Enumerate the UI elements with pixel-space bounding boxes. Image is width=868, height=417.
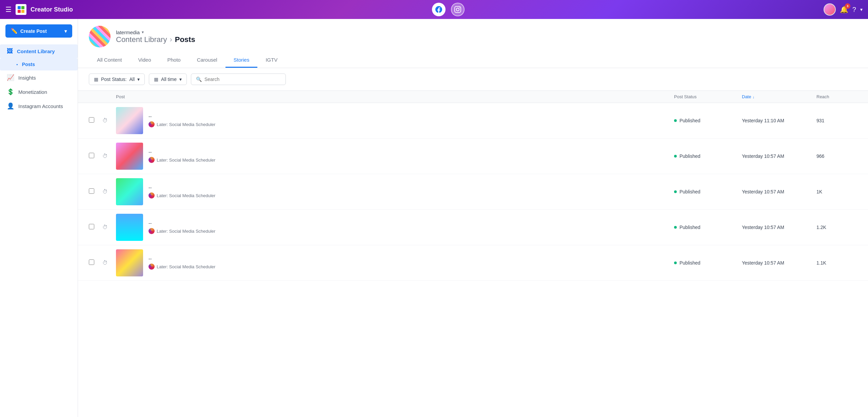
- post-source: Later: Social Media Scheduler: [149, 228, 215, 234]
- row-checkbox[interactable]: [89, 224, 94, 229]
- svg-rect-1: [21, 6, 24, 9]
- notifications-button[interactable]: 🔔 3: [840, 5, 848, 14]
- tab-photo[interactable]: Photo: [159, 53, 189, 68]
- row-timer-icon[interactable]: ⏱: [102, 189, 108, 194]
- post-thumbnail[interactable]: [116, 178, 143, 205]
- post-status-filter[interactable]: ▦ Post Status: All ▾: [89, 74, 145, 85]
- sidebar-item-insights[interactable]: 📈 Insights: [0, 70, 78, 85]
- table-row[interactable]: ⏱ -- Later: Social Media Scheduler Publi…: [78, 245, 868, 281]
- row-checkbox[interactable]: [89, 259, 94, 265]
- sidebar-item-monetization[interactable]: 💲 Monetization: [0, 85, 78, 99]
- monetization-icon: 💲: [7, 88, 14, 96]
- table-row[interactable]: ⏱ -- Later: Social Media Scheduler Publi…: [78, 103, 868, 139]
- source-logo-icon: [149, 192, 155, 199]
- tab-carousel[interactable]: Carousel: [189, 53, 225, 68]
- time-filter[interactable]: ▦ All time ▾: [149, 74, 187, 85]
- post-source: Later: Social Media Scheduler: [149, 264, 215, 270]
- date-cell: Yesterday 11:10 AM: [742, 118, 816, 123]
- tab-igtv[interactable]: IGTV: [257, 53, 285, 68]
- sidebar-item-content-library[interactable]: 🖼 Content Library: [0, 44, 78, 58]
- breadcrumb-parent[interactable]: Content Library: [116, 35, 167, 44]
- search-input[interactable]: [204, 77, 281, 82]
- account-dropdown-button[interactable]: ▾: [860, 7, 863, 12]
- creator-studio-logo: [16, 4, 26, 15]
- instagram-platform-btn[interactable]: [451, 3, 465, 16]
- post-title: --: [149, 256, 215, 262]
- post-info: -- Later: Social Media Scheduler: [149, 114, 215, 127]
- post-thumbnail[interactable]: [116, 214, 143, 241]
- sidebar-nav: 🖼 Content Library ● Posts 📈 Insights 💲 M…: [0, 44, 78, 113]
- table-row[interactable]: ⏱ -- Later: Social Media Scheduler Publi…: [78, 139, 868, 174]
- filter-icon: ▦: [94, 77, 98, 82]
- post-thumbnail[interactable]: [116, 107, 143, 134]
- instagram-accounts-icon: 👤: [7, 102, 14, 110]
- row-checkbox[interactable]: [89, 153, 94, 158]
- sidebar-item-posts[interactable]: ● Posts: [0, 58, 78, 70]
- main-content: latermedia ▾ Content Library › Posts All…: [78, 19, 868, 417]
- post-info: -- Later: Social Media Scheduler: [149, 221, 215, 234]
- reach-cell: 931: [816, 118, 857, 123]
- tab-stories[interactable]: Stories: [225, 53, 258, 68]
- post-cell: -- Later: Social Media Scheduler: [116, 107, 674, 134]
- reach-cell: 1.1K: [816, 260, 857, 266]
- user-avatar[interactable]: [824, 3, 836, 16]
- topnav-left: ☰ Creator Studio: [5, 4, 73, 15]
- source-logo-icon: [149, 157, 155, 163]
- post-thumbnail[interactable]: [116, 249, 143, 276]
- row-timer-icon[interactable]: ⏱: [102, 224, 108, 230]
- row-timer-icon[interactable]: ⏱: [102, 260, 108, 266]
- status-label: Published: [679, 260, 701, 266]
- hamburger-icon[interactable]: ☰: [5, 5, 12, 14]
- post-thumbnail[interactable]: [116, 143, 143, 170]
- facebook-platform-btn[interactable]: [432, 3, 446, 16]
- account-name[interactable]: latermedia ▾: [116, 29, 195, 35]
- top-navigation: ☰ Creator Studio 🔔 3: [0, 0, 868, 19]
- post-source: Later: Social Media Scheduler: [149, 192, 215, 199]
- table-body: ⏱ -- Later: Social Media Scheduler Publi…: [78, 103, 868, 281]
- col-header-date[interactable]: Date ↓: [742, 94, 816, 99]
- status-cell: Published: [674, 153, 742, 159]
- time-filter-arrow: ▾: [179, 77, 182, 82]
- tab-all-content[interactable]: All Content: [89, 53, 130, 68]
- source-logo-icon: [149, 121, 155, 127]
- platform-switcher: [432, 3, 465, 16]
- row-checkbox[interactable]: [89, 117, 94, 123]
- create-post-button[interactable]: ✏️ Create Post ▾: [5, 24, 72, 38]
- col-header-post-status: Post Status: [674, 94, 742, 99]
- reach-cell: 1K: [816, 189, 857, 194]
- date-cell: Yesterday 10:57 AM: [742, 153, 816, 159]
- source-logo-icon: [149, 228, 155, 234]
- svg-rect-0: [18, 6, 21, 9]
- row-checkbox[interactable]: [89, 188, 94, 194]
- topnav-right: 🔔 3 ? ▾: [824, 3, 863, 16]
- row-timer-icon[interactable]: ⏱: [102, 118, 108, 123]
- create-post-dropdown-arrow: ▾: [64, 28, 67, 34]
- sidebar-label-insights: Insights: [18, 75, 36, 81]
- search-bar[interactable]: 🔍: [191, 74, 286, 85]
- sidebar-item-instagram-accounts[interactable]: 👤 Instagram Accounts: [0, 99, 78, 113]
- main-layout: ✏️ Create Post ▾ 🖼 Content Library ● Pos…: [0, 19, 868, 417]
- col-header-post: Post: [116, 94, 674, 99]
- header-text: latermedia ▾ Content Library › Posts: [116, 29, 195, 44]
- table-row[interactable]: ⏱ -- Later: Social Media Scheduler Publi…: [78, 210, 868, 245]
- help-button[interactable]: ?: [852, 6, 856, 14]
- post-source: Later: Social Media Scheduler: [149, 121, 215, 127]
- breadcrumb-current: Posts: [175, 35, 195, 44]
- published-status-dot: [674, 119, 677, 122]
- post-cell: -- Later: Social Media Scheduler: [116, 214, 674, 241]
- sidebar-label-monetization: Monetization: [18, 89, 47, 95]
- content-type-tabs: All Content Video Photo Carousel Stories…: [89, 53, 857, 68]
- source-name: Later: Social Media Scheduler: [157, 264, 215, 269]
- svg-rect-3: [21, 10, 24, 13]
- pencil-icon: ✏️: [11, 28, 18, 34]
- date-cell: Yesterday 10:57 AM: [742, 189, 816, 194]
- sidebar: ✏️ Create Post ▾ 🖼 Content Library ● Pos…: [0, 19, 78, 417]
- search-icon: 🔍: [196, 77, 202, 82]
- status-cell: Published: [674, 118, 742, 123]
- row-timer-icon[interactable]: ⏱: [102, 153, 108, 159]
- table-row[interactable]: ⏱ -- Later: Social Media Scheduler Publi…: [78, 174, 868, 210]
- post-title: --: [149, 149, 215, 155]
- tab-video[interactable]: Video: [130, 53, 159, 68]
- content-library-icon: 🖼: [7, 48, 13, 55]
- post-title: --: [149, 114, 215, 119]
